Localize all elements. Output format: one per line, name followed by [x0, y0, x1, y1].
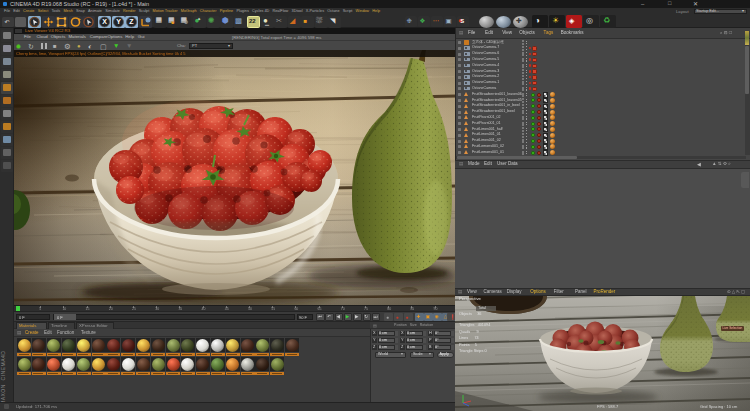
svg-text:Y: Y: [116, 18, 121, 25]
svg-text:Z: Z: [129, 18, 134, 25]
svg-text:X: X: [102, 18, 107, 25]
